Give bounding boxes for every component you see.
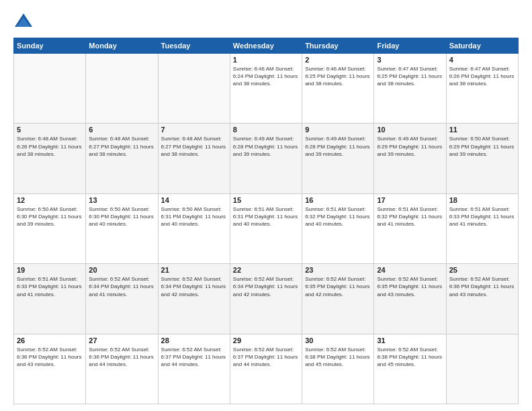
day-number: 24 xyxy=(377,266,443,274)
calendar-header-row: SundayMondayTuesdayWednesdayThursdayFrid… xyxy=(14,38,519,54)
day-info: Sunrise: 6:52 AM Sunset: 6:35 PM Dayligh… xyxy=(305,275,371,298)
day-info: Sunrise: 6:51 AM Sunset: 6:33 PM Dayligh… xyxy=(17,275,83,298)
calendar-cell: 29Sunrise: 6:52 AM Sunset: 6:37 PM Dayli… xyxy=(230,334,302,404)
calendar-cell: 28Sunrise: 6:52 AM Sunset: 6:37 PM Dayli… xyxy=(158,334,230,404)
day-number: 23 xyxy=(305,266,371,274)
day-number: 4 xyxy=(449,56,515,64)
calendar-cell: 8Sunrise: 6:49 AM Sunset: 6:28 PM Daylig… xyxy=(230,124,302,193)
day-number: 9 xyxy=(305,126,371,134)
day-number: 29 xyxy=(233,336,299,345)
day-info: Sunrise: 6:49 AM Sunset: 6:28 PM Dayligh… xyxy=(233,135,299,158)
day-number: 3 xyxy=(377,56,443,64)
calendar-cell: 23Sunrise: 6:52 AM Sunset: 6:35 PM Dayli… xyxy=(302,264,374,334)
day-info: Sunrise: 6:50 AM Sunset: 6:29 PM Dayligh… xyxy=(449,135,515,158)
day-info: Sunrise: 6:52 AM Sunset: 6:38 PM Dayligh… xyxy=(377,346,443,369)
calendar-cell: 21Sunrise: 6:52 AM Sunset: 6:34 PM Dayli… xyxy=(158,264,230,334)
day-info: Sunrise: 6:52 AM Sunset: 6:35 PM Dayligh… xyxy=(377,275,443,298)
day-info: Sunrise: 6:51 AM Sunset: 6:31 PM Dayligh… xyxy=(233,205,299,228)
logo-icon xyxy=(13,12,34,32)
calendar-cell: 13Sunrise: 6:50 AM Sunset: 6:30 PM Dayli… xyxy=(86,193,158,263)
calendar-week-row: 19Sunrise: 6:51 AM Sunset: 6:33 PM Dayli… xyxy=(14,264,519,334)
day-info: Sunrise: 6:52 AM Sunset: 6:34 PM Dayligh… xyxy=(161,275,227,298)
calendar-day-header: Wednesday xyxy=(230,38,302,54)
calendar-cell: 22Sunrise: 6:52 AM Sunset: 6:34 PM Dayli… xyxy=(230,264,302,334)
day-info: Sunrise: 6:49 AM Sunset: 6:29 PM Dayligh… xyxy=(377,135,443,158)
day-number: 22 xyxy=(233,266,299,274)
calendar-cell: 2Sunrise: 6:46 AM Sunset: 6:25 PM Daylig… xyxy=(302,54,374,124)
day-info: Sunrise: 6:52 AM Sunset: 6:36 PM Dayligh… xyxy=(17,346,83,369)
calendar-day-header: Thursday xyxy=(302,38,374,54)
logo xyxy=(13,12,36,32)
day-info: Sunrise: 6:52 AM Sunset: 6:36 PM Dayligh… xyxy=(89,346,154,369)
day-info: Sunrise: 6:52 AM Sunset: 6:37 PM Dayligh… xyxy=(233,346,299,369)
day-number: 2 xyxy=(305,56,371,64)
day-number: 30 xyxy=(305,336,371,345)
day-number: 1 xyxy=(233,56,299,64)
day-info: Sunrise: 6:50 AM Sunset: 6:30 PM Dayligh… xyxy=(89,205,154,228)
day-info: Sunrise: 6:52 AM Sunset: 6:34 PM Dayligh… xyxy=(89,275,154,298)
day-info: Sunrise: 6:51 AM Sunset: 6:32 PM Dayligh… xyxy=(305,205,371,228)
day-number: 7 xyxy=(161,126,227,134)
calendar-cell xyxy=(86,54,158,124)
calendar-cell: 10Sunrise: 6:49 AM Sunset: 6:29 PM Dayli… xyxy=(374,124,446,193)
day-info: Sunrise: 6:48 AM Sunset: 6:26 PM Dayligh… xyxy=(17,135,83,158)
calendar-cell: 5Sunrise: 6:48 AM Sunset: 6:26 PM Daylig… xyxy=(14,124,86,193)
day-number: 5 xyxy=(17,126,83,134)
calendar-cell: 12Sunrise: 6:50 AM Sunset: 6:30 PM Dayli… xyxy=(14,193,86,263)
calendar-cell: 4Sunrise: 6:47 AM Sunset: 6:26 PM Daylig… xyxy=(446,54,518,124)
calendar-cell: 7Sunrise: 6:48 AM Sunset: 6:27 PM Daylig… xyxy=(158,124,230,193)
day-info: Sunrise: 6:46 AM Sunset: 6:24 PM Dayligh… xyxy=(233,65,299,88)
day-number: 31 xyxy=(377,336,443,345)
calendar-cell: 6Sunrise: 6:48 AM Sunset: 6:27 PM Daylig… xyxy=(86,124,158,193)
day-info: Sunrise: 6:52 AM Sunset: 6:36 PM Dayligh… xyxy=(449,275,515,298)
day-info: Sunrise: 6:52 AM Sunset: 6:37 PM Dayligh… xyxy=(161,346,227,369)
calendar-cell: 25Sunrise: 6:52 AM Sunset: 6:36 PM Dayli… xyxy=(446,264,518,334)
day-number: 17 xyxy=(377,196,443,204)
page: SundayMondayTuesdayWednesdayThursdayFrid… xyxy=(0,0,532,411)
calendar-cell: 19Sunrise: 6:51 AM Sunset: 6:33 PM Dayli… xyxy=(14,264,86,334)
day-number: 13 xyxy=(89,196,154,204)
day-info: Sunrise: 6:51 AM Sunset: 6:33 PM Dayligh… xyxy=(449,205,515,228)
day-number: 25 xyxy=(449,266,515,274)
day-number: 20 xyxy=(89,266,154,274)
day-number: 27 xyxy=(89,336,154,345)
day-number: 19 xyxy=(17,266,83,274)
day-info: Sunrise: 6:52 AM Sunset: 6:38 PM Dayligh… xyxy=(305,346,371,369)
day-number: 15 xyxy=(233,196,299,204)
day-number: 14 xyxy=(161,196,227,204)
calendar-cell: 14Sunrise: 6:50 AM Sunset: 6:31 PM Dayli… xyxy=(158,193,230,263)
day-number: 8 xyxy=(233,126,299,134)
calendar-cell: 17Sunrise: 6:51 AM Sunset: 6:32 PM Dayli… xyxy=(374,193,446,263)
calendar-week-row: 1Sunrise: 6:46 AM Sunset: 6:24 PM Daylig… xyxy=(14,54,519,124)
calendar-cell xyxy=(158,54,230,124)
day-info: Sunrise: 6:50 AM Sunset: 6:30 PM Dayligh… xyxy=(17,205,83,228)
calendar-cell xyxy=(446,334,518,404)
day-number: 16 xyxy=(305,196,371,204)
calendar-cell: 16Sunrise: 6:51 AM Sunset: 6:32 PM Dayli… xyxy=(302,193,374,263)
day-info: Sunrise: 6:51 AM Sunset: 6:32 PM Dayligh… xyxy=(377,205,443,228)
day-info: Sunrise: 6:48 AM Sunset: 6:27 PM Dayligh… xyxy=(89,135,154,158)
day-info: Sunrise: 6:49 AM Sunset: 6:28 PM Dayligh… xyxy=(305,135,371,158)
calendar-cell: 3Sunrise: 6:47 AM Sunset: 6:25 PM Daylig… xyxy=(374,54,446,124)
day-number: 18 xyxy=(449,196,515,204)
day-info: Sunrise: 6:48 AM Sunset: 6:27 PM Dayligh… xyxy=(161,135,227,158)
day-info: Sunrise: 6:47 AM Sunset: 6:25 PM Dayligh… xyxy=(377,65,443,88)
day-number: 6 xyxy=(89,126,154,134)
calendar-cell: 20Sunrise: 6:52 AM Sunset: 6:34 PM Dayli… xyxy=(86,264,158,334)
day-info: Sunrise: 6:47 AM Sunset: 6:26 PM Dayligh… xyxy=(449,65,515,88)
calendar-week-row: 12Sunrise: 6:50 AM Sunset: 6:30 PM Dayli… xyxy=(14,193,519,263)
calendar-cell: 18Sunrise: 6:51 AM Sunset: 6:33 PM Dayli… xyxy=(446,193,518,263)
calendar-cell: 31Sunrise: 6:52 AM Sunset: 6:38 PM Dayli… xyxy=(374,334,446,404)
calendar-week-row: 5Sunrise: 6:48 AM Sunset: 6:26 PM Daylig… xyxy=(14,124,519,193)
calendar-table: SundayMondayTuesdayWednesdayThursdayFrid… xyxy=(13,38,519,404)
day-number: 12 xyxy=(17,196,83,204)
calendar-cell: 15Sunrise: 6:51 AM Sunset: 6:31 PM Dayli… xyxy=(230,193,302,263)
day-info: Sunrise: 6:52 AM Sunset: 6:34 PM Dayligh… xyxy=(233,275,299,298)
calendar-cell: 24Sunrise: 6:52 AM Sunset: 6:35 PM Dayli… xyxy=(374,264,446,334)
calendar-day-header: Sunday xyxy=(14,38,86,54)
calendar-day-header: Friday xyxy=(374,38,446,54)
day-number: 26 xyxy=(17,336,83,345)
calendar-cell: 11Sunrise: 6:50 AM Sunset: 6:29 PM Dayli… xyxy=(446,124,518,193)
calendar-cell: 1Sunrise: 6:46 AM Sunset: 6:24 PM Daylig… xyxy=(230,54,302,124)
day-number: 28 xyxy=(161,336,227,345)
